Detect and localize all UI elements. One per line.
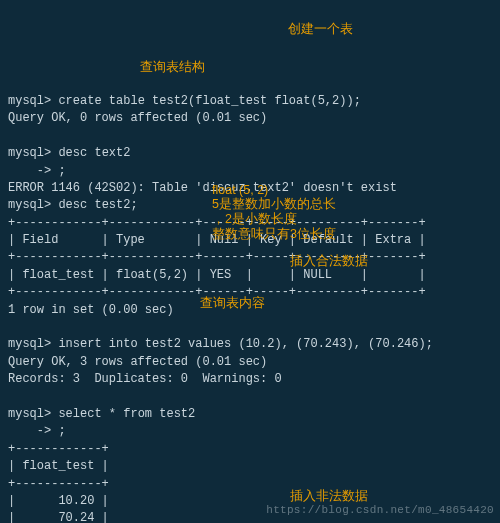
prompt: mysql> — [8, 407, 51, 421]
stmt-desc-wrong: desc text2 — [58, 146, 130, 160]
ann-create: 创建一个表 — [288, 22, 353, 38]
ann-desc: 查询表结构 — [140, 60, 205, 76]
rows-1: 1 row in set (0.00 sec) — [8, 303, 174, 317]
res-r1: | 10.20 | — [8, 494, 109, 508]
res-sep: +------------+ — [8, 442, 109, 456]
ann-float-l3: 整数意味只有3位长度 — [212, 227, 336, 243]
res-hdr: | float_test | — [8, 459, 109, 473]
ann-select: 查询表内容 — [200, 296, 265, 312]
prompt: mysql> — [8, 337, 51, 351]
ann-float-l1: 5是整数加小数的总长 — [212, 197, 336, 213]
insert1-info: Records: 3 Duplicates: 0 Warnings: 0 — [8, 372, 282, 386]
prompt: mysql> — [8, 94, 51, 108]
watermark: https://blog.csdn.net/m0_48654420 — [266, 503, 494, 519]
cont: -> — [8, 164, 51, 178]
semi: ; — [58, 424, 65, 438]
prompt: mysql> — [8, 146, 51, 160]
insert1-ok: Query OK, 3 rows affected (0.01 sec) — [8, 355, 267, 369]
prompt: mysql> — [8, 198, 51, 212]
desc-row: | float_test | float(5,2) | YES | | NULL… — [8, 268, 426, 282]
ann-float-l2: ，2是小数长度 — [212, 212, 297, 228]
create-ok: Query OK, 0 rows affected (0.01 sec) — [8, 111, 267, 125]
err-1146: ERROR 1146 (42S02): Table 'discuz.text2'… — [8, 181, 397, 195]
res-sep: +------------+ — [8, 477, 109, 491]
semi: ; — [58, 164, 65, 178]
stmt-insert1: insert into test2 values (10.2), (70.243… — [58, 337, 432, 351]
cont: -> — [8, 424, 51, 438]
res-r2: | 70.24 | — [8, 511, 109, 523]
ann-insert-ok: 插入合法数据 — [290, 254, 368, 270]
stmt-select: select * from test2 — [58, 407, 195, 421]
stmt-create: create table test2(float_test float(5,2)… — [58, 94, 360, 108]
stmt-desc-right: desc test2; — [58, 198, 137, 212]
